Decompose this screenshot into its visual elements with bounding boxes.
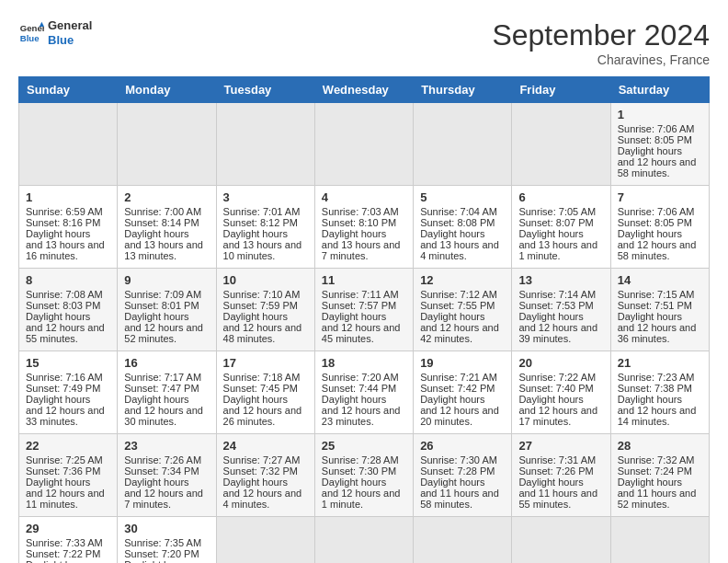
calendar-cell: 3 Sunrise: 7:01 AM Sunset: 8:12 PM Dayli… [216,186,314,269]
sunset-text: Sunset: 7:42 PM [420,383,495,394]
day-number: 15 [26,356,110,370]
sunrise-text: Sunrise: 7:30 AM [420,454,497,465]
calendar-cell [512,103,610,186]
calendar-cell: 14 Sunrise: 7:15 AM Sunset: 7:51 PM Dayl… [610,269,709,351]
logo-icon: General Blue [18,20,44,46]
sunset-text: Sunset: 7:28 PM [420,465,495,477]
daylight-duration: and 11 hours and 52 minutes. [618,488,697,510]
sunrise-text: Sunrise: 7:32 AM [618,454,695,465]
sunset-text: Sunset: 7:53 PM [518,300,593,311]
daylight-duration: and 13 hours and 13 minutes. [124,239,203,261]
sunrise-text: Sunrise: 7:03 AM [322,206,399,217]
sunrise-text: Sunrise: 7:16 AM [26,372,103,383]
daylight-label: Daylight hours [518,311,583,322]
sunrise-text: Sunrise: 7:25 AM [26,454,103,465]
calendar-cell: 25 Sunrise: 7:28 AM Sunset: 7:30 PM Dayl… [314,434,413,517]
header: General Blue General Blue September 2024… [18,18,710,67]
svg-text:Blue: Blue [20,32,40,42]
sunset-text: Sunset: 7:34 PM [124,465,199,477]
sunrise-text: Sunrise: 7:18 AM [223,372,301,383]
sunset-text: Sunset: 8:01 PM [124,300,199,311]
daylight-duration: and 11 hours and 55 minutes. [518,488,597,510]
calendar-cell: 1 Sunrise: 7:06 AM Sunset: 8:05 PM Dayli… [610,103,709,186]
sunrise-text: Sunrise: 7:06 AM [618,206,695,217]
sunset-text: Sunset: 7:47 PM [124,383,199,394]
sunset-text: Sunset: 7:49 PM [26,383,100,394]
daylight-label: Daylight hours [420,477,484,488]
sunrise-text: Sunrise: 7:21 AM [420,372,497,383]
sunset-text: Sunset: 7:57 PM [322,300,396,311]
sunset-text: Sunset: 7:45 PM [223,383,298,394]
daylight-label: Daylight hours [322,228,386,239]
sunset-text: Sunset: 7:44 PM [322,383,396,394]
month-title: September 2024 [492,18,710,52]
sunrise-text: Sunrise: 7:14 AM [518,289,596,300]
calendar-cell: 10 Sunrise: 7:10 AM Sunset: 7:59 PM Dayl… [216,269,314,351]
calendar-cell [414,103,512,186]
day-number: 9 [124,273,209,287]
calendar-cell: 20 Sunrise: 7:22 AM Sunset: 7:40 PM Dayl… [512,351,610,434]
sunset-text: Sunset: 7:20 PM [124,548,199,559]
sunrise-text: Sunrise: 7:05 AM [518,206,596,217]
daylight-duration: and 12 hours and 30 minutes. [124,405,203,427]
sunset-text: Sunset: 8:07 PM [518,217,593,228]
sunset-text: Sunset: 7:22 PM [26,548,100,559]
daylight-label: Daylight hours [420,228,484,239]
calendar-cell [118,103,216,186]
sunrise-text: Sunrise: 7:09 AM [124,289,201,300]
daylight-duration: and 12 hours and 45 minutes. [322,322,401,344]
daylight-duration: and 13 hours and 10 minutes. [223,239,302,261]
calendar-cell: 26 Sunrise: 7:30 AM Sunset: 7:28 PM Dayl… [414,434,512,517]
title-block: September 2024 Charavines, France [492,18,710,67]
calendar-cell: 6 Sunrise: 7:05 AM Sunset: 8:07 PM Dayli… [512,186,610,269]
calendar-cell: 23 Sunrise: 7:26 AM Sunset: 7:34 PM Dayl… [118,434,216,517]
sunrise-text: Sunrise: 7:27 AM [223,454,301,465]
day-number: 24 [223,439,308,453]
daylight-label: Daylight hours [618,145,682,156]
day-number: 1 [618,108,702,121]
column-header-saturday: Saturday [610,77,709,103]
calendar-cell: 2 Sunrise: 7:00 AM Sunset: 8:14 PM Dayli… [118,186,216,269]
daylight-label: Daylight hours [618,228,682,239]
calendar-week-row: 15 Sunrise: 7:16 AM Sunset: 7:49 PM Dayl… [19,351,710,434]
day-number: 18 [322,356,406,370]
daylight-duration: and 12 hours and 14 minutes. [618,405,697,427]
sunset-text: Sunset: 8:14 PM [124,217,199,228]
daylight-label: Daylight hours [618,394,682,405]
day-number: 29 [26,522,110,535]
calendar-cell [19,103,118,186]
daylight-duration: and 12 hours and 55 minutes. [26,322,105,344]
daylight-label: Daylight hours [322,311,386,322]
daylight-label: Daylight hours [124,477,188,488]
sunset-text: Sunset: 7:36 PM [26,465,100,477]
calendar-cell: 7 Sunrise: 7:06 AM Sunset: 8:05 PM Dayli… [610,186,709,269]
calendar-cell: 21 Sunrise: 7:23 AM Sunset: 7:38 PM Dayl… [610,351,709,434]
day-number: 12 [420,273,505,287]
calendar-cell [216,517,314,564]
calendar-body: 1 Sunrise: 7:06 AM Sunset: 8:05 PM Dayli… [19,103,710,564]
calendar-cell: 15 Sunrise: 7:16 AM Sunset: 7:49 PM Dayl… [19,351,118,434]
day-number: 22 [26,439,110,453]
daylight-duration: and 12 hours and 33 minutes. [26,405,105,427]
day-number: 14 [618,273,702,287]
sunrise-text: Sunrise: 6:59 AM [26,206,103,217]
day-number: 23 [124,439,209,453]
daylight-duration: and 12 hours and 39 minutes. [518,322,597,344]
daylight-duration: and 12 hours and 4 minutes. [223,488,302,510]
daylight-label: Daylight hours [618,311,682,322]
daylight-duration: and 13 hours and 7 minutes. [322,239,401,261]
daylight-label: Daylight hours [124,311,188,322]
sunset-text: Sunset: 7:59 PM [223,300,298,311]
sunrise-text: Sunrise: 7:31 AM [518,454,596,465]
calendar-cell: 1 Sunrise: 6:59 AM Sunset: 8:16 PM Dayli… [19,186,118,269]
calendar-week-row: 1 Sunrise: 7:06 AM Sunset: 8:05 PM Dayli… [19,103,710,186]
day-number: 17 [223,356,308,370]
sunrise-text: Sunrise: 7:28 AM [322,454,399,465]
daylight-label: Daylight hours [26,228,90,239]
calendar-cell: 18 Sunrise: 7:20 AM Sunset: 7:44 PM Dayl… [314,351,413,434]
calendar-cell [314,103,413,186]
calendar-cell: 4 Sunrise: 7:03 AM Sunset: 8:10 PM Dayli… [314,186,413,269]
calendar-week-row: 29 Sunrise: 7:33 AM Sunset: 7:22 PM Dayl… [19,517,710,564]
day-number: 10 [223,273,308,287]
sunset-text: Sunset: 8:08 PM [420,217,495,228]
